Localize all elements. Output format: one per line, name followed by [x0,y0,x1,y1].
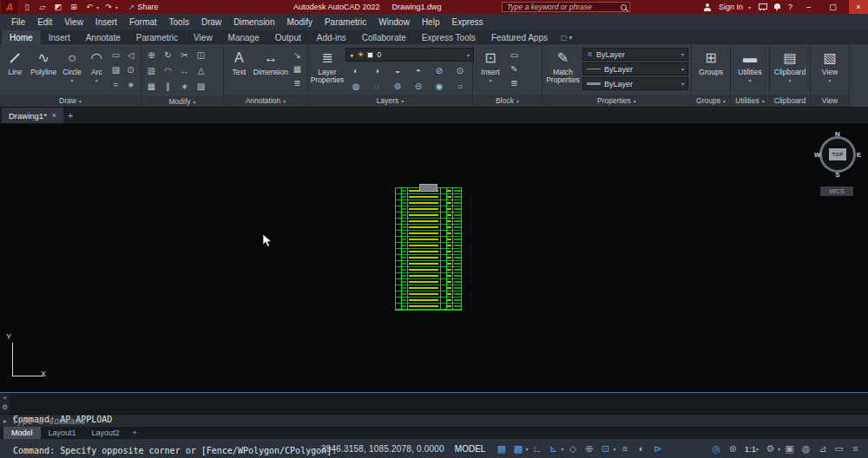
clipboard-button[interactable]: ▤ Clipboard ▾ [773,46,807,85]
wcs-dropdown[interactable]: WCS [820,186,853,196]
polygon-icon[interactable]: ◁ [123,48,138,62]
menu-express[interactable]: Express [445,17,489,27]
block-editor-icon[interactable]: ≣ [507,75,522,89]
new-file-icon[interactable]: ▯ [21,3,33,11]
menu-window[interactable]: Window [372,17,416,27]
tab-view[interactable]: View [186,30,220,44]
scale-icon[interactable]: △ [194,63,208,77]
tab-manage[interactable]: Manage [220,30,267,44]
command-history[interactable]: Command: AP APPLOAD Command: Specify opp… [10,393,868,414]
menu-insert[interactable]: Insert [89,17,123,27]
menu-modify[interactable]: Modify [281,17,319,27]
layer-isolate-icon[interactable]: ◑ [366,63,387,77]
tab-featured-apps[interactable]: Featured Apps [483,30,556,44]
annotation-scale-button[interactable]: 1:1 ▾ [742,444,761,454]
viewcube[interactable]: N S W E TOP [814,131,861,178]
hatch-icon[interactable]: ▨ [108,62,123,76]
redo-caret-icon[interactable]: ▾ [115,4,118,10]
tab-home[interactable]: Home [2,30,41,44]
layout2-tab[interactable]: Layout2 [84,427,128,439]
menu-parametric[interactable]: Parametric [319,17,372,27]
tab-addins[interactable]: Add-ins [309,30,354,44]
rectangle-icon[interactable]: ▭ [108,48,123,62]
model-space-button[interactable]: MODEL [455,444,486,454]
undo-caret-icon[interactable]: ▾ [96,4,99,10]
close-button[interactable]: × [849,0,868,14]
maximize-button[interactable]: ▢ [825,0,841,14]
circle-button[interactable]: ○ Circle ▾ [60,46,85,85]
properties-panel-label[interactable]: Properties▾ [542,95,691,107]
share-button[interactable]: ↗ Share [128,3,159,11]
move-icon[interactable]: ⊕ [144,48,159,62]
point-icon[interactable]: ∗ [123,77,138,91]
offset-icon[interactable]: ∥ [161,79,175,93]
add-layout-button[interactable]: + [128,427,142,439]
search-input[interactable] [505,2,618,12]
trim-icon[interactable]: ✂ [177,48,192,62]
save-icon[interactable]: ◩ [52,3,64,11]
annotation-visibility-icon[interactable]: ◎ [709,442,724,455]
ortho-icon[interactable]: ∟ [529,442,544,455]
command-customize-icon[interactable]: ⚙ [2,403,8,411]
tab-collaborate[interactable]: Collaborate [354,30,414,44]
line-button[interactable]: Line [3,46,28,76]
file-tab-drawing1[interactable]: Drawing1* × [2,108,63,123]
quick-properties-icon[interactable]: ▣ [782,442,797,455]
annotation-panel-label[interactable]: Annotation▾ [224,95,307,107]
layer-thaw-icon[interactable]: ◌ [366,79,387,93]
search-icon[interactable] [621,4,627,10]
isolate-objects-icon[interactable]: ◍ [799,442,813,455]
object-color-dropdown[interactable]: ByLayer ▾ [582,48,688,61]
object-snap-caret-icon[interactable]: ▾ [613,446,615,452]
layer-off-icon[interactable]: ◐ [345,63,366,77]
stretch-icon[interactable]: ↔ [177,63,192,77]
utilities-button[interactable]: ▬ Utilities ▾ [733,46,766,85]
snap-caret-icon[interactable]: ▾ [525,446,528,452]
view-panel-label[interactable]: View [811,95,849,107]
rotate-icon[interactable]: ↻ [161,48,175,62]
copy-icon[interactable]: ◫ [194,48,208,62]
erase-icon[interactable]: ▨ [194,79,208,93]
arc-button[interactable]: ◠ Arc ▾ [86,46,107,85]
workspace-caret-icon[interactable]: ▾ [778,446,780,452]
array-icon[interactable]: ▦ [144,79,159,93]
ribbon-mode-toggle[interactable]: ▢ ▾ [556,30,578,44]
polar-caret-icon[interactable]: ▾ [561,446,563,452]
text-button[interactable]: A Text [227,46,252,76]
notifications-bell-icon[interactable] [774,3,780,10]
layer-properties-button[interactable]: ≣ Layer Properties [311,46,344,84]
menu-edit[interactable]: Edit [31,17,58,27]
clipboard-panel-label[interactable]: Clipboard [770,95,810,107]
tab-output[interactable]: Output [267,30,309,44]
groups-panel-label[interactable]: Groups▾ [692,95,730,107]
layer-freeze-icon[interactable]: ◒ [387,63,408,77]
polar-tracking-icon[interactable]: ⊾ [546,442,561,455]
app-store-cart-icon[interactable] [759,3,766,10]
viewcube-top-face[interactable]: TOP [829,148,846,160]
block-panel-label[interactable]: Block▾ [473,95,542,107]
viewcube-south[interactable]: S [835,171,839,179]
spline-icon[interactable]: ≈ [108,77,123,91]
signin-button[interactable]: Sign In [719,3,743,11]
undo-icon[interactable]: ↶ [83,3,95,11]
viewcube-north[interactable]: N [835,130,840,138]
leader-icon[interactable]: ↘ [290,48,305,62]
menu-format[interactable]: Format [123,17,163,27]
explode-icon[interactable]: ∗ [177,79,192,93]
layer-unlock-icon[interactable]: ◍ [345,79,366,93]
fillet-icon[interactable]: ◠ [161,63,175,77]
insert-button[interactable]: ⊡ Insert ▾ [476,46,505,85]
layer-unisolate-icon[interactable]: ⊘ [429,63,450,77]
table-icon[interactable]: ▦ [290,62,305,75]
grid-icon[interactable]: ▦ [494,442,509,455]
command-input-row[interactable]: ▸ [0,414,868,427]
layer-previous-icon[interactable]: ⊜ [387,79,408,93]
draw-panel-label[interactable]: Draw▾ [0,95,141,107]
dimension-button[interactable]: ↔ Dimension [253,46,288,76]
tab-annotate[interactable]: Annotate [78,30,128,44]
layer-on-bulb-icon[interactable]: ● [350,52,353,58]
isodraft-icon[interactable]: ◇ [565,442,580,455]
autoscale-icon[interactable]: ⊛ [726,442,740,455]
menu-help[interactable]: Help [416,17,446,27]
lineweight-display-icon[interactable]: ≡ [617,442,632,455]
